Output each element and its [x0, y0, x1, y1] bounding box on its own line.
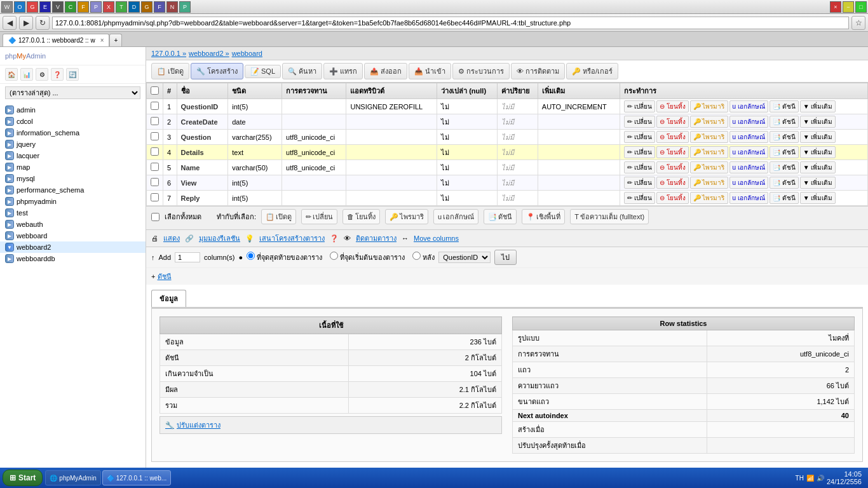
index-btn-1[interactable]: 📑 ดัชนี: [770, 116, 799, 128]
sidebar-item-webboard2[interactable]: ▼ webboard2: [0, 241, 146, 253]
maximize-icon[interactable]: □: [855, 1, 867, 13]
primary-btn-5[interactable]: 🔑 ไพรมาริ: [690, 177, 728, 189]
move-columns-link[interactable]: Move columns: [414, 234, 459, 242]
sidebar-item-lacquer[interactable]: ▶ lacquer: [0, 150, 146, 161]
relational-link[interactable]: มุมมองรีเลชัน: [199, 233, 240, 244]
bottom-action-browse[interactable]: 📋 เปิดดู: [261, 209, 296, 224]
action-tracking[interactable]: 👁 การติดตาม: [511, 63, 565, 79]
sidebar-item-phpmyadmin[interactable]: ▶ phpmyadmin: [0, 196, 146, 207]
edit-btn-6[interactable]: ✏ เปลี่ยน: [624, 192, 655, 204]
active-tab[interactable]: 🔷 127.0.0.1 :: webboard2 :: w ×: [3, 34, 109, 46]
sidebar-item-cdcol[interactable]: ▶ cdcol: [0, 116, 146, 127]
settings-icon-btn[interactable]: ⚙: [36, 68, 48, 81]
tab-close-button[interactable]: ×: [100, 37, 104, 44]
action-triggers[interactable]: 🔑 หรือ/เกอร์: [566, 63, 618, 79]
add-column-input[interactable]: [175, 252, 200, 262]
data-tab-button[interactable]: ข้อมูล: [151, 290, 186, 307]
print-link[interactable]: แสดง: [163, 233, 180, 244]
index-btn-0[interactable]: 📑 ดัชนี: [770, 100, 799, 112]
position-end-radio[interactable]: [247, 252, 255, 260]
action-browse[interactable]: 📋 เปิดดู: [151, 63, 189, 79]
unique-btn-2[interactable]: u เอกลักษณ์: [729, 131, 768, 143]
action-sql[interactable]: 📝 SQL: [245, 65, 281, 78]
taskbar-item-browser[interactable]: 🌐 phpMyAdmin: [45, 470, 100, 485]
sidebar-item-webauth[interactable]: ▶ webauth: [0, 219, 146, 230]
taskbar-icon-14[interactable]: N: [166, 1, 178, 13]
star-button[interactable]: ☆: [851, 16, 865, 30]
more-btn-4[interactable]: ▼ เพิ่มเติม: [800, 161, 836, 173]
index-btn-5[interactable]: 📑 ดัชนี: [770, 177, 799, 189]
position-after-radio[interactable]: [412, 252, 421, 260]
sidebar-item-webboarddb[interactable]: ▶ webboarddb: [0, 253, 146, 264]
row-checkbox-5[interactable]: [147, 175, 163, 191]
row-checkbox-1[interactable]: [147, 114, 163, 130]
taskbar-icon-9[interactable]: X: [103, 1, 114, 13]
minimize-icon[interactable]: −: [843, 1, 854, 13]
new-tab-button[interactable]: +: [109, 34, 122, 46]
index-btn-4[interactable]: 📑 ดัชนี: [770, 161, 799, 173]
sidebar-item-performance-schema[interactable]: ▶ performance_schema: [0, 184, 146, 196]
sidebar-item-map[interactable]: ▶ map: [0, 161, 146, 173]
row-checkbox-4[interactable]: [147, 160, 163, 175]
taskbar-icon-6[interactable]: C: [65, 1, 76, 13]
row-checkbox-6[interactable]: [147, 191, 163, 206]
more-btn-3[interactable]: ▼ เพิ่มเติม: [800, 146, 836, 158]
taskbar-icon-10[interactable]: T: [116, 1, 127, 13]
position-start-radio[interactable]: [330, 252, 338, 260]
more-btn-0[interactable]: ▼ เพิ่มเติม: [800, 100, 836, 112]
more-btn-5[interactable]: ▼ เพิ่มเติม: [800, 177, 836, 189]
bottom-action-unique[interactable]: u เอกลักษณ์: [433, 209, 478, 224]
taskbar-icon-13[interactable]: F: [154, 1, 165, 13]
refresh-button[interactable]: ↻: [36, 16, 50, 30]
forward-button[interactable]: ▶: [19, 16, 33, 30]
edit-btn-1[interactable]: ✏ เปลี่ยน: [624, 116, 655, 128]
reload-icon-btn[interactable]: 🔄: [66, 68, 79, 81]
drop-btn-3[interactable]: ⊖ โยนทิ้ง: [656, 146, 689, 158]
action-search[interactable]: 🔍 ค้นหา: [282, 63, 322, 79]
help-icon-btn[interactable]: ❓: [51, 68, 64, 81]
edit-btn-3[interactable]: ✏ เปลี่ยน: [624, 146, 655, 158]
start-button[interactable]: ⊞ Start: [3, 470, 43, 486]
sidebar-item-jquery[interactable]: ▶ jquery: [0, 139, 146, 150]
track-link[interactable]: ติดตามตาราง: [356, 233, 397, 244]
propose-link[interactable]: เสนาโครงสร้างตาราง: [259, 233, 325, 244]
back-button[interactable]: ◀: [3, 16, 17, 30]
more-btn-1[interactable]: ▼ เพิ่มเติม: [800, 116, 836, 128]
more-btn-6[interactable]: ▼ เพิ่มเติม: [800, 192, 836, 204]
drop-btn-6[interactable]: ⊖ โยนทิ้ง: [656, 192, 689, 204]
after-column-select[interactable]: QuestionID: [438, 252, 491, 263]
taskbar-icon-3[interactable]: G: [27, 1, 38, 13]
address-bar[interactable]: [52, 17, 849, 29]
position-end-label[interactable]: ที่จุดสุดท้ายของตาราง: [247, 252, 322, 263]
bottom-action-spatial[interactable]: 📍 เชิงพื้นที่: [522, 209, 565, 224]
breadcrumb-table[interactable]: webboard: [232, 50, 262, 57]
unique-btn-0[interactable]: u เอกลักษณ์: [729, 100, 768, 112]
unique-btn-6[interactable]: u เอกลักษณ์: [729, 192, 768, 204]
go-button[interactable]: ไป: [494, 250, 517, 265]
taskbar-icon-7[interactable]: F: [78, 1, 89, 13]
close-icon[interactable]: ×: [830, 1, 841, 13]
action-insert[interactable]: ➕ แทรก: [323, 63, 363, 79]
index-btn-6[interactable]: 📑 ดัชนี: [770, 192, 799, 204]
row-checkbox-3[interactable]: [147, 145, 163, 160]
taskbar-item-pma[interactable]: 🔷 127.0.0.1 :: web...: [102, 470, 172, 485]
position-start-label[interactable]: ที่จุดเริ่มต้นของตาราง: [330, 252, 405, 263]
edit-btn-4[interactable]: ✏ เปลี่ยน: [624, 161, 655, 173]
taskbar-icon-1[interactable]: W: [1, 1, 13, 13]
bottom-action-drop[interactable]: 🗑 โยนทิ้ง: [342, 209, 380, 224]
taskbar-icon-5[interactable]: V: [52, 1, 64, 13]
edit-btn-0[interactable]: ✏ เปลี่ยน: [624, 100, 655, 112]
select-all-bottom-checkbox[interactable]: [151, 213, 159, 221]
primary-btn-1[interactable]: 🔑 ไพรมาริ: [690, 116, 728, 128]
taskbar-icon-2[interactable]: O: [14, 1, 25, 13]
sidebar-item-webboard[interactable]: ▶ webboard: [0, 230, 146, 241]
position-after-label[interactable]: หลัง: [412, 252, 435, 263]
taskbar-icon-12[interactable]: G: [141, 1, 153, 13]
drop-btn-5[interactable]: ⊖ โยนทิ้ง: [656, 177, 689, 189]
action-operations[interactable]: ⚙ กระบวนการ: [452, 63, 510, 79]
primary-btn-0[interactable]: 🔑 ไพรมาริ: [690, 100, 728, 112]
db-icon-btn[interactable]: 📊: [20, 68, 33, 81]
breadcrumb-server[interactable]: 127.0.0.1 »: [151, 50, 186, 57]
unique-btn-1[interactable]: u เอกลักษณ์: [729, 116, 768, 128]
index-link[interactable]: ดัชนี: [158, 273, 172, 280]
